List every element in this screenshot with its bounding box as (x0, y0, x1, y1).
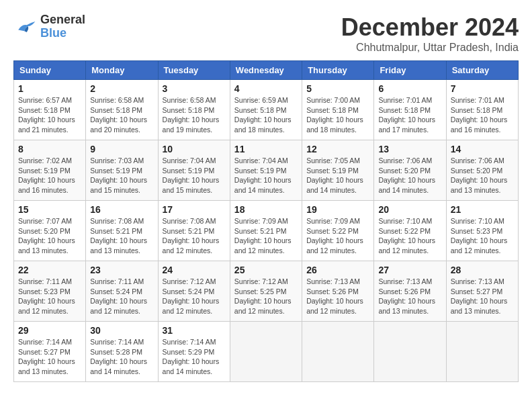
day-number: 29 (18, 325, 81, 336)
calendar-cell: 21Sunrise: 7:10 AM Sunset: 5:23 PM Dayli… (446, 201, 518, 261)
calendar-cell: 10Sunrise: 7:04 AM Sunset: 5:19 PM Dayli… (158, 140, 230, 201)
calendar-cell: 7Sunrise: 7:01 AM Sunset: 5:18 PM Daylig… (446, 80, 518, 140)
calendar-cell: 26Sunrise: 7:13 AM Sunset: 5:26 PM Dayli… (302, 261, 374, 322)
calendar-table: SundayMondayTuesdayWednesdayThursdayFrid… (13, 60, 519, 382)
day-info: Sunrise: 7:04 AM Sunset: 5:19 PM Dayligh… (234, 156, 298, 195)
page-header: General Blue December 2024 Chhutmalpur, … (13, 13, 519, 54)
weekday-header-row: SundayMondayTuesdayWednesdayThursdayFrid… (14, 61, 519, 80)
calendar-cell: 8Sunrise: 7:02 AM Sunset: 5:19 PM Daylig… (14, 140, 86, 201)
calendar-cell (374, 322, 446, 382)
day-info: Sunrise: 7:01 AM Sunset: 5:18 PM Dayligh… (451, 95, 514, 135)
day-number: 27 (378, 265, 441, 275)
weekday-thursday: Thursday (302, 61, 374, 80)
calendar-week-3: 15Sunrise: 7:07 AM Sunset: 5:20 PM Dayli… (14, 201, 519, 261)
day-number: 11 (234, 144, 298, 154)
day-info: Sunrise: 7:13 AM Sunset: 5:27 PM Dayligh… (451, 277, 514, 316)
calendar-cell: 1Sunrise: 6:57 AM Sunset: 5:18 PM Daylig… (14, 80, 86, 140)
day-number: 30 (90, 325, 153, 336)
calendar-week-1: 1Sunrise: 6:57 AM Sunset: 5:18 PM Daylig… (14, 80, 519, 140)
calendar-cell: 24Sunrise: 7:12 AM Sunset: 5:24 PM Dayli… (158, 261, 230, 322)
day-info: Sunrise: 7:07 AM Sunset: 5:20 PM Dayligh… (18, 216, 81, 256)
day-info: Sunrise: 6:58 AM Sunset: 5:18 PM Dayligh… (90, 95, 153, 135)
calendar-cell: 17Sunrise: 7:08 AM Sunset: 5:21 PM Dayli… (158, 201, 230, 261)
day-number: 26 (306, 265, 369, 275)
day-info: Sunrise: 7:10 AM Sunset: 5:22 PM Dayligh… (378, 216, 441, 256)
day-info: Sunrise: 7:14 AM Sunset: 5:29 PM Dayligh… (163, 337, 226, 377)
day-info: Sunrise: 7:13 AM Sunset: 5:26 PM Dayligh… (378, 277, 441, 316)
weekday-monday: Monday (86, 61, 158, 80)
calendar-cell: 16Sunrise: 7:08 AM Sunset: 5:21 PM Dayli… (86, 201, 158, 261)
day-number: 23 (90, 265, 153, 275)
day-number: 4 (234, 83, 298, 94)
calendar-cell (446, 322, 518, 382)
title-block: December 2024 Chhutmalpur, Uttar Pradesh… (341, 13, 519, 54)
day-number: 20 (378, 204, 441, 215)
calendar-cell: 5Sunrise: 7:00 AM Sunset: 5:18 PM Daylig… (302, 80, 374, 140)
calendar-cell: 27Sunrise: 7:13 AM Sunset: 5:26 PM Dayli… (374, 261, 446, 322)
day-info: Sunrise: 7:14 AM Sunset: 5:28 PM Dayligh… (90, 337, 153, 377)
calendar-cell: 30Sunrise: 7:14 AM Sunset: 5:28 PM Dayli… (86, 322, 158, 382)
logo: General Blue (13, 13, 85, 40)
calendar-cell (302, 322, 374, 382)
location: Chhutmalpur, Uttar Pradesh, India (341, 42, 519, 54)
day-info: Sunrise: 7:11 AM Sunset: 5:23 PM Dayligh… (18, 277, 81, 316)
day-info: Sunrise: 7:11 AM Sunset: 5:24 PM Dayligh… (90, 277, 153, 316)
weekday-friday: Friday (374, 61, 446, 80)
day-number: 16 (90, 204, 153, 215)
day-info: Sunrise: 7:03 AM Sunset: 5:19 PM Dayligh… (90, 156, 153, 195)
day-number: 19 (306, 204, 369, 215)
day-number: 3 (163, 83, 226, 94)
calendar-body: 1Sunrise: 6:57 AM Sunset: 5:18 PM Daylig… (14, 80, 519, 382)
calendar-cell: 28Sunrise: 7:13 AM Sunset: 5:27 PM Dayli… (446, 261, 518, 322)
weekday-tuesday: Tuesday (158, 61, 230, 80)
day-info: Sunrise: 6:58 AM Sunset: 5:18 PM Dayligh… (163, 95, 226, 135)
day-number: 28 (451, 265, 514, 275)
calendar-cell: 31Sunrise: 7:14 AM Sunset: 5:29 PM Dayli… (158, 322, 230, 382)
day-info: Sunrise: 7:02 AM Sunset: 5:19 PM Dayligh… (18, 156, 81, 195)
calendar-cell: 18Sunrise: 7:09 AM Sunset: 5:21 PM Dayli… (230, 201, 302, 261)
day-info: Sunrise: 7:05 AM Sunset: 5:19 PM Dayligh… (306, 156, 369, 195)
day-number: 8 (18, 144, 81, 154)
calendar-week-2: 8Sunrise: 7:02 AM Sunset: 5:19 PM Daylig… (14, 140, 519, 201)
calendar-cell: 14Sunrise: 7:06 AM Sunset: 5:20 PM Dayli… (446, 140, 518, 201)
day-number: 13 (378, 144, 441, 154)
day-info: Sunrise: 7:06 AM Sunset: 5:20 PM Dayligh… (378, 156, 441, 195)
day-info: Sunrise: 6:59 AM Sunset: 5:18 PM Dayligh… (234, 95, 298, 135)
calendar-cell: 13Sunrise: 7:06 AM Sunset: 5:20 PM Dayli… (374, 140, 446, 201)
weekday-sunday: Sunday (14, 61, 86, 80)
calendar-cell: 2Sunrise: 6:58 AM Sunset: 5:18 PM Daylig… (86, 80, 158, 140)
day-info: Sunrise: 7:08 AM Sunset: 5:21 PM Dayligh… (90, 216, 153, 256)
logo-line1: General (40, 13, 85, 27)
logo-bird-icon (13, 17, 38, 36)
day-number: 5 (306, 83, 369, 94)
calendar-cell: 11Sunrise: 7:04 AM Sunset: 5:19 PM Dayli… (230, 140, 302, 201)
calendar-cell: 22Sunrise: 7:11 AM Sunset: 5:23 PM Dayli… (14, 261, 86, 322)
calendar-cell: 4Sunrise: 6:59 AM Sunset: 5:18 PM Daylig… (230, 80, 302, 140)
day-number: 10 (163, 144, 226, 154)
day-info: Sunrise: 7:12 AM Sunset: 5:25 PM Dayligh… (234, 277, 298, 316)
day-number: 14 (451, 144, 514, 154)
day-number: 9 (90, 144, 153, 154)
day-info: Sunrise: 7:12 AM Sunset: 5:24 PM Dayligh… (163, 277, 226, 316)
month-title: December 2024 (341, 13, 519, 42)
weekday-wednesday: Wednesday (230, 61, 302, 80)
day-info: Sunrise: 7:10 AM Sunset: 5:23 PM Dayligh… (451, 216, 514, 256)
day-number: 21 (451, 204, 514, 215)
day-info: Sunrise: 7:04 AM Sunset: 5:19 PM Dayligh… (163, 156, 226, 195)
day-number: 12 (306, 144, 369, 154)
calendar-week-5: 29Sunrise: 7:14 AM Sunset: 5:27 PM Dayli… (14, 322, 519, 382)
day-number: 18 (234, 204, 298, 215)
calendar-cell: 12Sunrise: 7:05 AM Sunset: 5:19 PM Dayli… (302, 140, 374, 201)
logo-line2: Blue (40, 27, 85, 40)
day-number: 7 (451, 83, 514, 94)
calendar-cell: 3Sunrise: 6:58 AM Sunset: 5:18 PM Daylig… (158, 80, 230, 140)
calendar-cell: 25Sunrise: 7:12 AM Sunset: 5:25 PM Dayli… (230, 261, 302, 322)
day-number: 2 (90, 83, 153, 94)
day-number: 17 (163, 204, 226, 215)
day-number: 22 (18, 265, 81, 275)
day-number: 6 (378, 83, 441, 94)
day-number: 1 (18, 83, 81, 94)
day-info: Sunrise: 7:00 AM Sunset: 5:18 PM Dayligh… (306, 95, 369, 135)
calendar-cell: 15Sunrise: 7:07 AM Sunset: 5:20 PM Dayli… (14, 201, 86, 261)
calendar-cell (230, 322, 302, 382)
